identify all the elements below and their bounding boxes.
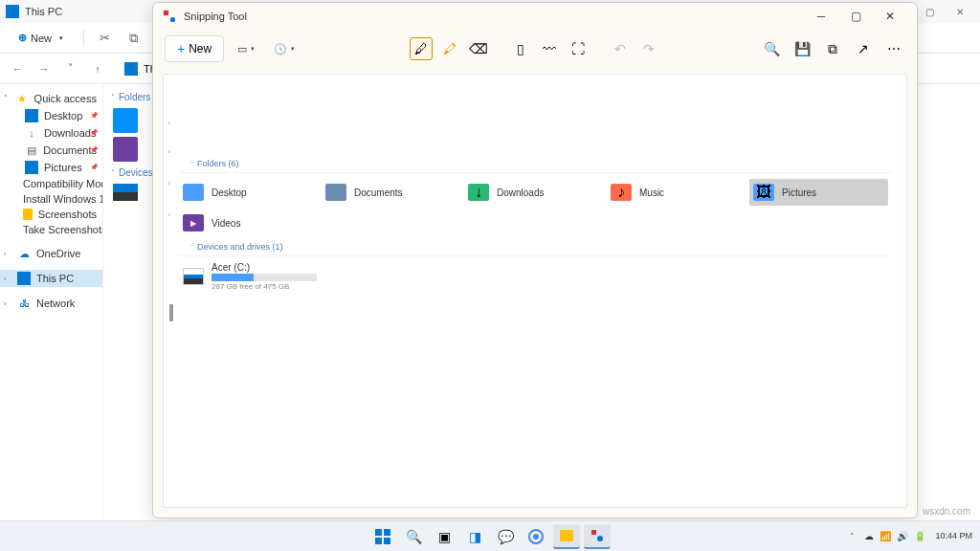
maximize-button[interactable]: ▢ — [915, 2, 944, 21]
chevron-down-icon: ▾ — [251, 45, 255, 53]
drive-usage-fill — [212, 274, 254, 281]
chevron-right-icon: › — [166, 211, 173, 218]
back-button[interactable]: ← — [10, 61, 25, 77]
sidebar-item-downloads[interactable]: ↓ Downloads 📌 — [0, 124, 102, 142]
ruler-tool[interactable]: 〰 — [538, 37, 561, 60]
drive-c[interactable]: Acer (C:) 287 GB free of 475 GB — [171, 260, 899, 293]
canvas-folders-row2: Videos — [171, 208, 899, 238]
sidebar-item-take-screenshots[interactable]: Take Screenshots — [0, 222, 102, 237]
desktop-icon — [25, 109, 38, 122]
sidebar-item-screenshots[interactable]: Screenshots — [0, 207, 102, 222]
copy-button[interactable]: ⧉ — [821, 37, 844, 60]
volume-tray-icon[interactable]: 🔊 — [897, 531, 908, 541]
close-button[interactable]: ✕ — [946, 2, 974, 21]
explorer-taskbar-button[interactable] — [553, 524, 580, 549]
search-button[interactable]: 🔍 — [400, 524, 427, 549]
folder-pictures[interactable]: 🖼 Pictures — [749, 179, 888, 206]
folder-desktop[interactable]: Desktop — [179, 179, 318, 206]
taskbar-clock[interactable]: 10:44 PM — [935, 532, 972, 541]
save-button[interactable]: 💾 — [791, 37, 813, 60]
system-tray[interactable]: ☁ 📶 🔊 🔋 — [864, 531, 925, 541]
selection-handle[interactable] — [169, 304, 173, 321]
sidebar-item-desktop[interactable]: Desktop 📌 — [0, 107, 102, 124]
svg-rect-3 — [384, 529, 390, 536]
sidebar-item-compat[interactable]: Compatibility Mode — [0, 176, 102, 191]
chat-button[interactable]: 💬 — [492, 524, 519, 549]
new-button[interactable]: ⊕ New ▾ — [10, 28, 72, 48]
touch-writing-tool[interactable]: ▯ — [509, 37, 532, 60]
up-button[interactable]: ↑ — [90, 61, 105, 77]
explorer-icon — [6, 5, 19, 18]
snipping-tool-window: Snipping Tool ─ ▢ ✕ + New ▭ ▾ 🕓 ▾ 🖊 🖍 ⌫ … — [152, 2, 918, 518]
minimize-button[interactable]: ─ — [804, 5, 838, 28]
snip-mode-dropdown[interactable]: ▭ ▾ — [232, 39, 260, 59]
folder-label: Downloads — [497, 187, 544, 198]
eraser-tool[interactable]: ⌫ — [467, 37, 490, 60]
recent-button[interactable]: ˅ — [63, 61, 78, 77]
canvas-folders: Desktop Documents ↓ Downloads ♪ Music 🖼 … — [171, 177, 899, 208]
copy-icon[interactable]: ⧉ — [124, 30, 142, 47]
network-label: Network — [36, 298, 75, 309]
chrome-button[interactable] — [523, 524, 549, 549]
sidebar: ˅ ★ Quick access Desktop 📌 ↓ Downloads 📌… — [0, 84, 103, 528]
documents-icon — [325, 184, 346, 201]
zoom-button[interactable]: 🔍 — [760, 37, 783, 60]
delay-dropdown[interactable]: 🕓 ▾ — [268, 39, 301, 59]
new-snip-button[interactable]: + New — [165, 35, 224, 62]
maximize-button[interactable]: ▢ — [838, 5, 873, 28]
chevron-right-icon: › — [4, 300, 11, 307]
folder-documents[interactable]: Documents — [322, 179, 460, 206]
sidebar-this-pc[interactable]: › This PC — [0, 270, 102, 287]
chevron-down-icon: ˅ — [111, 169, 115, 177]
rectangle-icon: ▭ — [237, 43, 247, 55]
folder-downloads[interactable]: ↓ Downloads — [464, 179, 603, 206]
music-icon: ♪ — [611, 184, 632, 201]
sidebar-item-label: Screenshots — [38, 209, 97, 220]
cloud-icon: ☁ — [17, 247, 31, 260]
drive-c[interactable] — [113, 184, 138, 201]
battery-tray-icon[interactable]: 🔋 — [914, 531, 925, 541]
sidebar-quick-access[interactable]: ˅ ★ Quick access — [0, 90, 102, 107]
snipping-titlebar: Snipping Tool ─ ▢ ✕ — [153, 3, 917, 30]
snipping-toolbar: + New ▭ ▾ 🕓 ▾ 🖊 🖍 ⌫ ▯ 〰 ⛶ ↶ ↷ 🔍 💾 ⧉ ↗ — [153, 30, 917, 68]
undo-button[interactable]: ↶ — [609, 37, 632, 60]
folder-music[interactable]: ♪ Music — [607, 179, 746, 206]
snipping-tool-taskbar-button[interactable] — [584, 524, 611, 549]
chevron-down-icon: ˅ — [190, 244, 193, 251]
folder-videos[interactable]: Videos — [179, 209, 318, 236]
crop-tool[interactable]: ⛶ — [567, 37, 590, 60]
forward-button[interactable]: → — [36, 61, 52, 77]
folder-desktop[interactable] — [113, 108, 138, 133]
onedrive-tray-icon[interactable]: ☁ — [864, 531, 874, 541]
chevron-down-icon: ▾ — [59, 34, 63, 42]
task-view-button[interactable]: ▣ — [431, 524, 457, 549]
explorer-title: This PC — [25, 6, 62, 17]
sidebar-item-documents[interactable]: ▤ Documents 📌 — [0, 142, 102, 159]
folder-videos[interactable] — [113, 137, 138, 162]
highlighter-tool[interactable]: 🖍 — [438, 37, 461, 60]
canvas-folders-header[interactable]: ˅ Folders (6) — [179, 155, 891, 173]
ballpoint-pen-tool[interactable]: 🖊 — [410, 37, 433, 60]
start-button[interactable] — [369, 524, 396, 549]
cut-icon[interactable]: ✂ — [96, 30, 113, 47]
folder-label: Desktop — [212, 187, 247, 198]
sidebar-onedrive[interactable]: › ☁ OneDrive — [0, 245, 102, 262]
tray-chevron-icon[interactable]: ˄ — [850, 532, 855, 541]
chevron-down-icon: ˅ — [4, 95, 11, 102]
redo-button[interactable]: ↷ — [637, 37, 660, 60]
sidebar-item-pictures[interactable]: Pictures 📌 — [0, 159, 102, 176]
widgets-button[interactable]: ◨ — [461, 524, 488, 549]
close-button[interactable]: ✕ — [873, 5, 907, 28]
wifi-tray-icon[interactable]: 📶 — [880, 531, 891, 541]
sidebar-network[interactable]: › 🖧 Network — [0, 295, 102, 312]
drive-info: Acer (C:) 287 GB free of 475 GB — [212, 262, 317, 291]
snip-canvas: › › › › ˅ Folders (6) Desktop Documents … — [163, 74, 907, 508]
svg-rect-4 — [375, 538, 382, 544]
sidebar-item-install[interactable]: Install Windows 11 — [0, 191, 102, 207]
sidebar-item-label: Pictures — [44, 162, 82, 173]
taskbar-right: ˄ ☁ 📶 🔊 🔋 10:44 PM — [850, 531, 972, 541]
more-button[interactable]: ⋯ — [882, 37, 905, 60]
share-button[interactable]: ↗ — [852, 37, 875, 60]
desktop-icon — [183, 184, 204, 201]
canvas-drives-header[interactable]: ˅ Devices and drives (1) — [179, 238, 891, 256]
